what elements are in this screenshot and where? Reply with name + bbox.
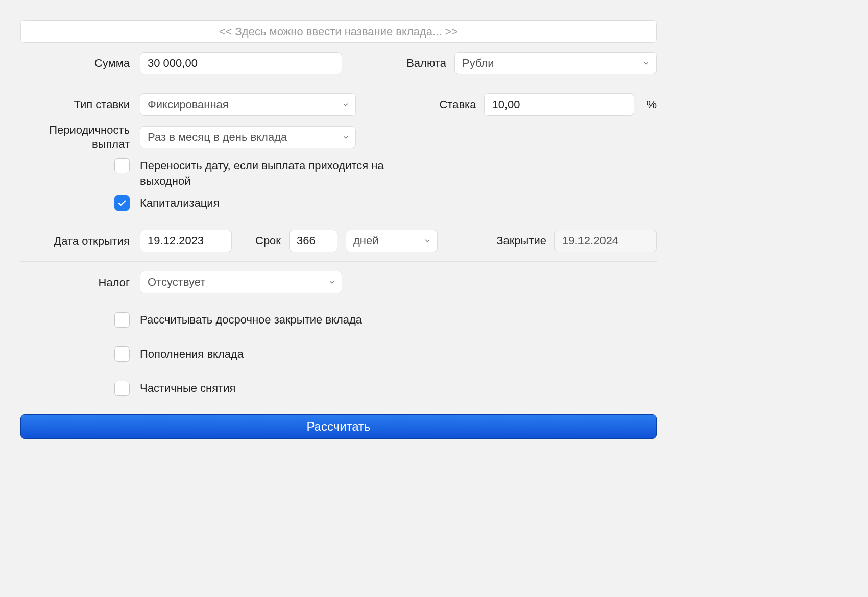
deposit-name-input[interactable]	[20, 20, 657, 43]
shift-weekend-checkbox[interactable]	[114, 158, 130, 173]
chevron-down-icon	[643, 60, 650, 67]
early-close-label: Рассчитывать досрочное закрытие вклада	[140, 313, 362, 327]
pay-freq-value: Раз в месяц в день вклада	[148, 131, 287, 144]
rate-type-select[interactable]: Фиксированная	[140, 93, 356, 116]
shift-weekend-label: Переносить дату, если выплата приходится…	[140, 158, 405, 188]
calculate-button[interactable]: Рассчитать	[20, 414, 657, 439]
currency-value: Рубли	[462, 57, 494, 70]
rate-type-label: Тип ставки	[20, 97, 132, 112]
tax-value: Отсуствует	[148, 276, 205, 289]
withdrawals-checkbox[interactable]	[114, 381, 130, 396]
term-value-input[interactable]	[289, 230, 337, 252]
percent-sign: %	[646, 98, 657, 111]
topups-label: Пополнения вклада	[140, 347, 244, 361]
tax-select[interactable]: Отсуствует	[140, 271, 342, 293]
chevron-down-icon	[342, 101, 349, 108]
open-date-label: Дата открытия	[20, 234, 132, 248]
early-close-checkbox[interactable]	[114, 312, 130, 328]
term-unit-value: дней	[353, 234, 379, 247]
chevron-down-icon	[424, 237, 431, 244]
close-date-label: Закрытие	[496, 234, 546, 247]
amount-input[interactable]	[140, 52, 342, 74]
pay-freq-label: Периодичность выплат	[20, 123, 132, 151]
currency-select[interactable]: Рубли	[454, 52, 657, 74]
pay-freq-select[interactable]: Раз в месяц в день вклада	[140, 126, 356, 148]
rate-label: Ставка	[425, 98, 476, 111]
topups-checkbox[interactable]	[114, 346, 130, 362]
amount-label: Сумма	[20, 56, 132, 70]
close-date-output: 19.12.2024	[554, 230, 657, 252]
term-label: Срок	[255, 234, 281, 247]
capitalization-checkbox[interactable]	[114, 195, 130, 211]
chevron-down-icon	[342, 134, 349, 141]
rate-input[interactable]	[484, 93, 634, 116]
rate-type-value: Фиксированная	[148, 98, 229, 111]
capitalization-label: Капитализация	[140, 196, 220, 210]
open-date-input[interactable]	[140, 230, 232, 252]
close-date-value: 19.12.2024	[562, 234, 618, 247]
currency-label: Валюта	[395, 57, 446, 70]
tax-label: Налог	[20, 276, 132, 290]
chevron-down-icon	[328, 279, 335, 286]
term-unit-select[interactable]: дней	[346, 230, 438, 252]
withdrawals-label: Частичные снятия	[140, 382, 235, 395]
